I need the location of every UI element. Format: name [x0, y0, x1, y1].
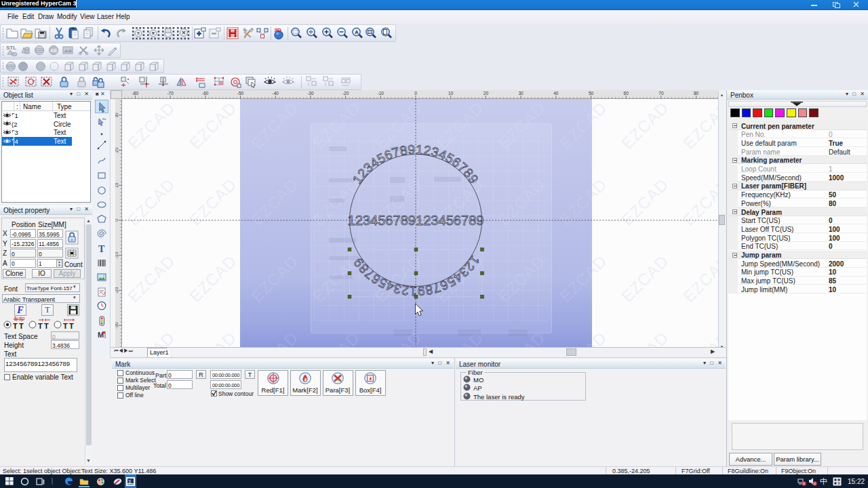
svg-text:-70: -70 [167, 91, 174, 96]
svg-text:80: 80 [694, 91, 699, 96]
svg-text:T: T [13, 322, 18, 330]
svg-text:20: 20 [115, 148, 119, 153]
svg-text:T: T [19, 322, 24, 330]
svg-text:-10: -10 [378, 91, 384, 96]
svg-text:T: T [38, 322, 43, 330]
svg-text:123456789123456789: 123456789123456789 [348, 212, 484, 228]
svg-text:-10: -10 [115, 252, 119, 259]
svg-text:STL: STL [6, 45, 16, 51]
svg-text:70: 70 [658, 91, 664, 96]
svg-text:123456789123456789: 123456789123456789 [351, 253, 482, 298]
svg-text:-60: -60 [202, 91, 209, 96]
svg-text:-20: -20 [115, 287, 119, 293]
svg-text:T: T [44, 322, 49, 330]
svg-text:AB: AB [50, 48, 57, 53]
svg-text:0: 0 [414, 91, 417, 96]
svg-text:T: T [69, 322, 74, 330]
svg-text:30: 30 [115, 113, 119, 118]
svg-text:50: 50 [589, 91, 594, 96]
svg-text:-30: -30 [115, 322, 119, 329]
svg-text:3: 3 [128, 479, 131, 484]
svg-text:20: 20 [484, 91, 489, 96]
svg-text:-30: -30 [307, 91, 314, 96]
svg-text:T: T [98, 244, 105, 254]
svg-text:3D: 3D [275, 27, 281, 33]
svg-text:0: 0 [115, 219, 119, 222]
svg-text:10: 10 [115, 182, 119, 188]
svg-text:-80: -80 [132, 91, 139, 96]
svg-text:40: 40 [553, 91, 559, 96]
svg-text:-20: -20 [342, 91, 349, 96]
svg-text:A: A [355, 29, 359, 35]
svg-text:T: T [63, 322, 68, 330]
svg-text:60: 60 [624, 91, 629, 96]
svg-text:10: 10 [448, 91, 454, 96]
svg-text:-40: -40 [272, 91, 279, 96]
svg-text:-50: -50 [237, 91, 244, 96]
svg-text:30: 30 [518, 91, 524, 96]
